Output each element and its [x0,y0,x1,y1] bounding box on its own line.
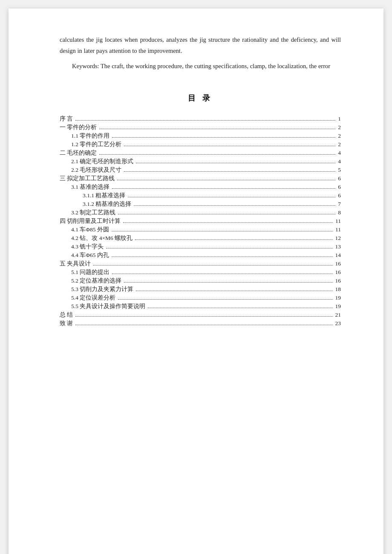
toc-item-label: 二 毛坯的确定 [60,150,98,156]
toc-item-label: 序 言 [60,116,75,122]
toc-dots [124,282,332,283]
toc-item-label: 4.2 钻、攻 4×M6 螺纹孔 [60,235,134,241]
toc-item-label: 5.1 问题的提出 [60,269,111,275]
toc-item-page: 16 [334,261,341,267]
toc-dots [134,205,335,206]
toc-item: 4.1 车Φ85 外圆 11 [60,227,341,233]
abstract-paragraph1: calculates the jig locates when produces… [60,34,341,56]
toc-item: 3.1.2 精基准的选择 7 [60,201,341,207]
toc-item-label: 4.4 车Φ65 内孔 [60,252,111,258]
toc-item-page: 23 [334,320,341,326]
toc-item: 四 切削用量及工时计算 11 [60,218,341,224]
toc-item: 2.1 确定毛坯的制造形式 4 [60,159,341,164]
toc-item-page: 16 [334,269,341,275]
toc-item: 4.4 车Φ65 内孔 14 [60,252,341,258]
toc-item: 4.3 铣十字头 13 [60,244,341,250]
toc-item-label: 5.3 切削力及夹紧力计算 [60,286,135,292]
toc-item: 5.5 夹具设计及操作简要说明 19 [60,303,341,309]
toc-dots [75,325,332,325]
toc-item-label: 四 切削用量及工时计算 [60,218,122,224]
toc-dots [124,146,335,146]
toc-item-page: 4 [336,150,341,156]
toc-item-page: 11 [334,227,341,233]
document-page: calculates the jig locates when produces… [9,9,383,554]
toc-item: 3.1 基准的选择 6 [60,184,341,190]
toc-item-page: 4 [336,159,341,164]
toc-dots [75,120,335,121]
toc-item-label: 总 结 [60,312,75,318]
toc-item-page: 16 [334,278,341,284]
toc-item-label: 3.1 基准的选择 [60,184,111,190]
toc-item: 1.1 零件的作用 2 [60,133,341,139]
toc-item-label: 4.3 铣十字头 [60,244,105,250]
toc-item: 5.1 问题的提出 16 [60,269,341,275]
toc-item-page: 1 [336,116,341,122]
toc-item-label: 3.1.1 粗基准选择 [60,193,127,199]
toc-item: 5.3 切削力及夹紧力计算 18 [60,286,341,292]
toc-item-label: 5.2 定位基准的选择 [60,278,123,284]
toc-dots [112,257,333,257]
toc-item: 5.4 定位误差分析 19 [60,295,341,301]
toc-item-page: 18 [334,286,341,292]
toc-item: 5.2 定位基准的选择 16 [60,278,341,284]
toc-item-page: 2 [336,141,341,147]
toc-dots [112,188,335,189]
toc-item-label: 5.4 定位误差分析 [60,295,117,301]
toc-item-label: 2.2 毛坯形状及尺寸 [60,167,123,173]
toc-item-label: 2.1 确定毛坯的制造形式 [60,159,135,164]
toc-item-page: 6 [336,184,341,190]
toc-item: 一 零件的分析 2 [60,124,341,130]
toc-item-page: 8 [336,210,341,216]
toc-dots [118,299,332,300]
toc-dots [148,308,332,308]
abstract-keywords: Keywords: The craft, the working procedu… [60,61,341,72]
toc-item-label: 1.2 零件的工艺分析 [60,141,123,147]
toc-item-label: 5.5 夹具设计及操作简要说明 [60,303,147,309]
toc-item-label: 致 谢 [60,320,75,326]
toc-item-label: 五 夹具设计 [60,261,92,267]
toc-item-page: 7 [336,201,341,207]
toc-dots [124,171,335,172]
toc-item: 致 谢 23 [60,320,341,326]
toc-item-page: 11 [334,218,341,224]
toc-dots [118,214,335,214]
toc-title: 目 录 [60,93,341,103]
toc-dots [75,316,332,317]
toc-item-label: 三 拟定加工工艺路线 [60,176,116,182]
toc-container: 序 言 1 一 零件的分析 2 1.1 零件的作用 2 1.2 零件的工艺分析 … [60,116,341,326]
toc-dots [128,197,335,197]
toc-dots [123,222,333,223]
toc-dots [135,239,332,240]
toc-item: 三 拟定加工工艺路线 6 [60,176,341,182]
toc-dots [117,180,335,180]
toc-dots [112,137,335,138]
toc-dots [99,129,335,129]
toc-item-label: 4.1 车Φ85 外圆 [60,227,111,233]
toc-item: 序 言 1 [60,116,341,122]
toc-item: 五 夹具设计 16 [60,261,341,267]
toc-dots [136,163,335,163]
toc-item-label: 1.1 零件的作用 [60,133,111,139]
toc-item-label: 一 零件的分析 [60,124,98,130]
toc-item-page: 12 [334,235,341,241]
toc-item-page: 6 [336,193,341,199]
toc-item-page: 5 [336,167,341,173]
toc-item-label: 3.1.2 精基准的选择 [60,201,133,207]
toc-item-page: 14 [334,252,341,258]
toc-item: 1.2 零件的工艺分析 2 [60,141,341,147]
toc-item: 总 结 21 [60,312,341,318]
toc-item: 4.2 钻、攻 4×M6 螺纹孔 12 [60,235,341,241]
toc-item: 2.2 毛坯形状及尺寸 5 [60,167,341,173]
toc-dots [136,291,332,291]
toc-dots [99,154,335,155]
toc-item-label: 3.2 制定工艺路线 [60,210,117,216]
toc-item-page: 19 [334,295,341,301]
toc-item: 3.1.1 粗基准选择 6 [60,193,341,199]
toc-item-page: 6 [336,176,341,182]
toc-item: 3.2 制定工艺路线 8 [60,210,341,216]
toc-item-page: 2 [336,124,341,130]
toc-dots [106,248,332,248]
toc-dots [112,231,333,231]
toc-item-page: 19 [334,303,341,309]
toc-item-page: 21 [334,312,341,318]
